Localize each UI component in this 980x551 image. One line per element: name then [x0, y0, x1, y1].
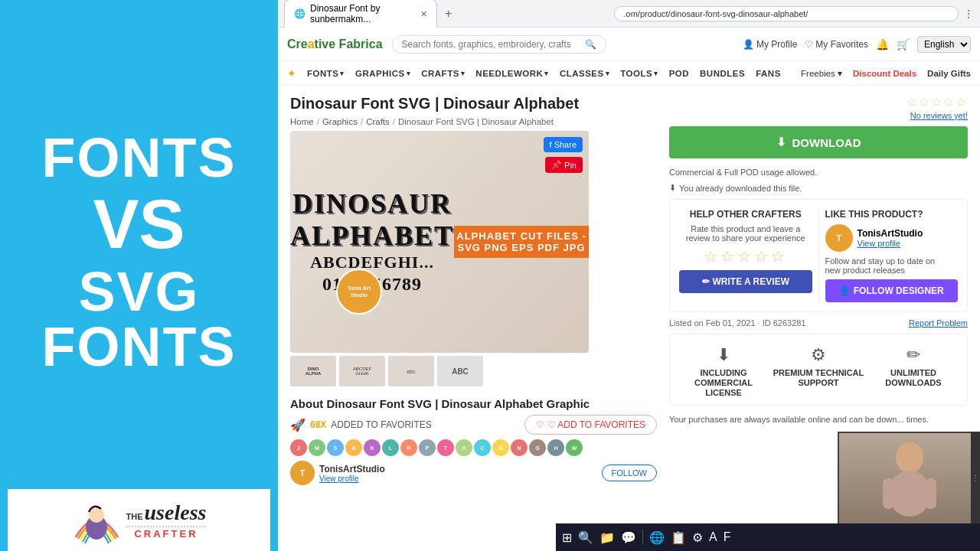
user-avatars-row: JMSAKLRPTDCBNGHW	[290, 439, 657, 456]
taskbar: ⊞ 🔍 📁 💬 🌐 📋 ⚙ A F	[556, 523, 980, 551]
user-avatar-tiny: R	[400, 439, 417, 456]
tab-close-btn[interactable]: ✕	[420, 9, 427, 19]
menu-graphics[interactable]: GRAPHICS▾	[355, 69, 410, 78]
search-input[interactable]	[402, 39, 582, 50]
menu-daily-gifts[interactable]: Daily Gifts	[927, 69, 971, 78]
feature-commercial: ⬇ INCLUDING COMMERCIALLICENSE	[676, 345, 771, 399]
features-row: ⬇ INCLUDING COMMERCIALLICENSE ⚙ PREMIUM …	[669, 334, 968, 406]
orange-banner: ALPHABET CUT FILES - SVG PNG EPS PDF JPG	[454, 226, 589, 258]
write-review-label: WRITE A REVIEW	[713, 276, 789, 287]
menu-pod[interactable]: POD	[669, 69, 689, 78]
breadcrumb: Home / Graphics / Crafts / Dinosaur Font…	[290, 117, 657, 126]
user-avatar-tiny: H	[547, 439, 564, 456]
profile-icon: 👤	[743, 39, 754, 50]
thumb-2[interactable]: ABCDEFGHIJK	[339, 356, 385, 386]
webcam-person	[839, 433, 980, 523]
taskbar-browser-icon[interactable]: 🌐	[649, 530, 665, 545]
logo-area: THE useless CRAFTER	[8, 489, 270, 551]
menu-discount[interactable]: Discount Deals	[853, 69, 916, 78]
sidebar-fonts-top: FONTS	[42, 130, 237, 185]
user-avatar-tiny: T	[437, 439, 454, 456]
taskbar-chat-icon[interactable]: 💬	[621, 530, 636, 545]
artist-name: TonisArtStudio	[858, 228, 923, 239]
graphics-chevron: ▾	[407, 70, 411, 77]
menu-needlework[interactable]: NEEDLEWORK▾	[475, 69, 549, 78]
help-box: HELP OTHER CRAFTERS Rate this product an…	[679, 209, 812, 302]
fav-label: ADDED TO FAVORITES	[331, 419, 431, 430]
pencil-icon: ✏	[702, 276, 710, 287]
logo-the: THE	[126, 512, 143, 521]
breadcrumb-home[interactable]: Home	[290, 117, 314, 126]
add-favorites-button[interactable]: ♡ ♡ ADD TO FAVORITES	[524, 415, 657, 435]
profile-name-small: TonisArtStudio	[319, 464, 385, 474]
feature-downloads-label: UNLIMITED DOWNLOADS	[866, 368, 961, 388]
help-title: HELP OTHER CRAFTERS	[690, 209, 802, 220]
search-taskbar-icon[interactable]: 🔍	[578, 530, 593, 545]
user-avatar-tiny: D	[456, 439, 472, 456]
thumb-4[interactable]: ABC	[437, 356, 483, 386]
browser-settings-icon[interactable]: ⋮	[963, 8, 974, 20]
breadcrumb-crafts[interactable]: Crafts	[366, 117, 390, 126]
like-box: LIKE THIS PRODUCT? T TonisArtStudio View…	[825, 209, 959, 302]
search-bar[interactable]: 🔍	[392, 35, 606, 54]
pin-button[interactable]: 📌 Pin	[545, 157, 583, 173]
taskbar-widgets-icon[interactable]: 📁	[599, 530, 615, 545]
section-divider	[818, 209, 819, 302]
taskbar-font-icon-f[interactable]: F	[724, 530, 731, 544]
windows-icon[interactable]: ⊞	[562, 530, 572, 545]
view-profile-link-sm[interactable]: View profile	[319, 474, 385, 483]
product-image-container: DINOSAUR ALPHABET ABCDEFGHI... 012345678…	[290, 131, 589, 386]
facebook-icon: f	[550, 140, 552, 149]
download-icon: ⬇	[776, 135, 786, 149]
taskbar-font-icon-a[interactable]: A	[709, 530, 717, 544]
breadcrumb-graphics[interactable]: Graphics	[322, 117, 358, 126]
user-avatar-tiny: S	[327, 439, 344, 456]
follow-button-small[interactable]: FOLLOW	[602, 465, 657, 481]
user-avatar-tiny: K	[364, 439, 381, 456]
share-button[interactable]: f Share	[544, 137, 583, 152]
about-section: About Dinosaur Font SVG | Dinosaur Alpha…	[290, 397, 657, 485]
my-favorites-btn[interactable]: ♡ My Favorites	[805, 39, 868, 50]
menu-crafts[interactable]: CRAFTS▾	[421, 69, 465, 78]
download-button[interactable]: ⬇ DOWNLOAD	[669, 126, 968, 158]
notification-icon[interactable]: 🔔	[876, 38, 889, 51]
pin-icon: 📌	[551, 160, 562, 170]
address-bar[interactable]: .om/product/dinosaur-font-svg-dinosaur-a…	[614, 6, 959, 21]
follow-designer-button[interactable]: 👤 FOLLOW DESIGNER	[825, 279, 959, 302]
help-desc: Rate this product and leave areview to s…	[686, 224, 805, 243]
product-stars: ☆☆☆☆☆	[906, 95, 968, 109]
tools-chevron: ▾	[654, 70, 658, 77]
thumb-3[interactable]: abc	[388, 356, 434, 386]
artist-view-profile[interactable]: View profile	[858, 239, 923, 248]
rocket-icon: 🚀	[290, 418, 305, 432]
my-profile-btn[interactable]: 👤 My Profile	[743, 39, 797, 50]
report-link[interactable]: Report Problem	[909, 318, 968, 328]
support-icon: ⚙	[811, 345, 826, 365]
thumb-1[interactable]: DINOALPHA	[290, 356, 336, 386]
new-tab-btn[interactable]: +	[440, 5, 456, 22]
review-stars[interactable]: ☆☆☆☆☆	[704, 247, 788, 266]
no-reviews-link[interactable]: No reviews yet!	[910, 111, 968, 120]
language-select[interactable]: English	[917, 36, 971, 53]
menu-bundles[interactable]: BUNDLES	[700, 69, 745, 78]
svg-point-3	[888, 471, 931, 517]
write-review-button[interactable]: ✏ WRITE A REVIEW	[679, 270, 812, 293]
profile-avatar-small: T	[290, 461, 315, 485]
site-logo[interactable]: Creative Fabrica	[287, 37, 383, 51]
browser-tab[interactable]: 🌐 Dinosaur Font by sunbermakm... ✕	[284, 0, 437, 28]
logo-crafter: CRAFTER	[126, 528, 207, 540]
menu-tools[interactable]: TOOLS▾	[620, 69, 658, 78]
cart-icon[interactable]: 🛒	[897, 38, 910, 51]
menu-fans[interactable]: FANS	[756, 69, 781, 78]
menu-freebies[interactable]: Freebies ▾	[801, 68, 842, 79]
dino-line3: ABCDEFGHI...	[310, 253, 434, 272]
menu-fonts[interactable]: FONTS▾	[307, 69, 345, 78]
profile-row-bottom: T TonisArtStudio View profile FOLLOW	[290, 461, 657, 485]
product-title: Dinosaur Font SVG | Dinosaur Alphabet	[290, 95, 657, 112]
artist-avatar-overlay: Tunis ArtStudio	[336, 269, 382, 315]
taskbar-explorer-icon[interactable]: 📋	[671, 530, 686, 545]
commercial-text: Commercial & Full POD usage allowed.	[669, 168, 968, 177]
menu-classes[interactable]: CLASSES▾	[560, 69, 609, 78]
taskbar-settings-icon[interactable]: ⚙	[692, 530, 703, 545]
thumbnails: DINOALPHA ABCDEFGHIJK abc ABC	[290, 356, 589, 386]
